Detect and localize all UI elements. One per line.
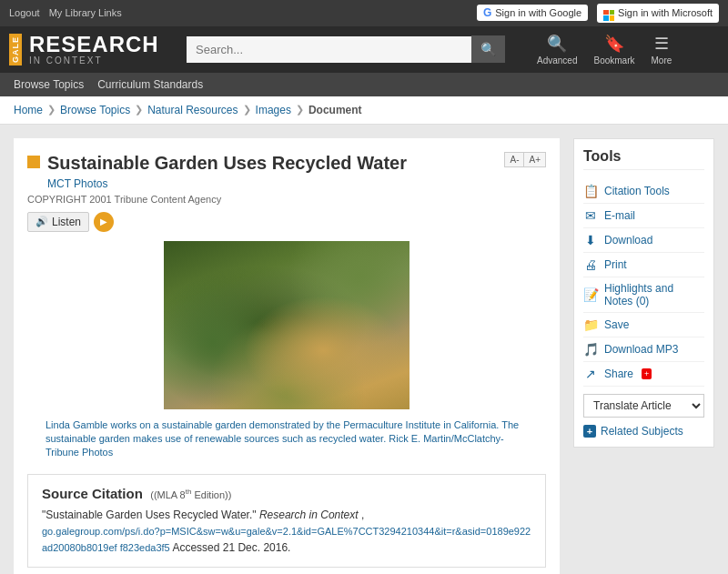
listen-bar: 🔊 Listen ▶ — [27, 212, 546, 232]
article-image-container — [27, 241, 546, 409]
browse-topics-nav[interactable]: Browse Topics — [14, 78, 84, 91]
search-button[interactable]: 🔍 — [471, 35, 505, 63]
resize-larger-btn[interactable]: A+ — [524, 153, 545, 166]
article-title: Sustainable Garden Uses Recycled Water — [47, 152, 407, 174]
bookmark-icon: 🔖 — [604, 34, 624, 54]
breadcrumb-home[interactable]: Home — [14, 104, 43, 116]
translate-select[interactable]: Translate Article — [583, 394, 704, 418]
resize-smaller-btn[interactable]: A- — [505, 153, 524, 166]
citation-tools-label: Citation Tools — [604, 185, 670, 197]
play-button[interactable]: ▶ — [94, 212, 114, 232]
breadcrumb-images[interactable]: Images — [256, 104, 291, 116]
email-label: E-mail — [604, 209, 635, 222]
breadcrumb-sep-4: ❯ — [296, 104, 304, 116]
yellow-indicator — [27, 156, 40, 168]
microsoft-signin-btn[interactable]: Sign in with Microsoft — [597, 4, 719, 23]
download-mp3-label: Download MP3 — [604, 343, 678, 356]
content-area: Sustainable Garden Uses Recycled Water A… — [14, 138, 560, 574]
breadcrumb: Home ❯ Browse Topics ❯ Natural Resources… — [0, 96, 728, 125]
source-citation-box: Source Citation ((MLA 8th Edition)) "Sus… — [27, 474, 546, 568]
share-plus-badge: + — [642, 368, 652, 379]
download-label: Download — [604, 234, 652, 247]
email-item[interactable]: ✉ E-mail — [583, 204, 704, 228]
citation-tools-item[interactable]: 📋 Citation Tools — [583, 179, 704, 204]
share-icon: ↗ — [583, 367, 598, 381]
advanced-search-tool[interactable]: 🔍 Advanced — [537, 34, 577, 65]
translate-area: Translate Article — [583, 394, 704, 418]
article-image — [164, 241, 410, 409]
logo-area: GALE RESEARCH IN CONTEXT — [9, 34, 173, 65]
main-layout: Sustainable Garden Uses Recycled Water A… — [0, 125, 728, 574]
expand-icon: + — [583, 425, 596, 438]
my-library-links[interactable]: My Library Links — [49, 7, 122, 18]
breadcrumb-natural-resources[interactable]: Natural Resources — [147, 104, 238, 116]
citation-icon: 📋 — [583, 184, 598, 198]
advanced-search-icon: 🔍 — [547, 34, 567, 54]
logout-link[interactable]: Logout — [9, 7, 40, 18]
save-icon: 📁 — [583, 317, 598, 332]
more-tool[interactable]: ☰ More — [652, 34, 672, 65]
search-area: 🔍 — [187, 35, 505, 63]
article-source: MCT Photos — [47, 177, 546, 190]
download-item[interactable]: ⬇ Download — [583, 228, 704, 253]
resize-buttons: A- A+ — [504, 152, 546, 167]
image-caption: Linda Gamble works on a sustainable gard… — [27, 418, 546, 460]
logo-subtitle: IN CONTEXT — [29, 55, 159, 65]
email-icon: ✉ — [583, 208, 598, 223]
hamburger-icon: ☰ — [654, 34, 669, 54]
mla-edition: ((MLA 8th Edition)) — [150, 489, 231, 500]
google-signin-btn[interactable]: G Sign in with Google — [477, 5, 588, 21]
print-icon: 🖨 — [583, 257, 598, 272]
related-subjects-item[interactable]: + Related Subjects — [583, 425, 704, 438]
article-title-row: Sustainable Garden Uses Recycled Water A… — [27, 152, 546, 174]
tools-panel: Tools 📋 Citation Tools ✉ E-mail ⬇ Downlo… — [573, 138, 714, 448]
speaker-icon: 🔊 — [35, 216, 48, 227]
citation-text: "Sustainable Garden Uses Recycled Water.… — [42, 507, 531, 556]
bookmark-tool[interactable]: 🔖 Bookmark — [593, 34, 634, 65]
share-item[interactable]: ↗ Share + — [583, 362, 704, 387]
share-label: Share — [604, 368, 633, 380]
related-subjects-label: Related Subjects — [601, 425, 683, 438]
print-label: Print — [604, 258, 627, 271]
highlights-icon: 📝 — [583, 287, 598, 302]
logo-research-text: RESEARCH — [29, 34, 159, 55]
search-input[interactable] — [187, 36, 471, 63]
highlights-notes-item[interactable]: 📝 Highlights and Notes (0) — [583, 277, 704, 313]
save-label: Save — [604, 318, 629, 331]
microsoft-icon — [603, 5, 614, 21]
highlights-notes-label: Highlights and Notes (0) — [604, 282, 704, 307]
tools-title: Tools — [583, 148, 704, 170]
breadcrumb-sep-1: ❯ — [47, 104, 56, 116]
gale-logo-vertical: GALE — [9, 34, 22, 65]
header: GALE RESEARCH IN CONTEXT 🔍 🔍 Advanced 🔖 … — [0, 26, 728, 73]
breadcrumb-sep-3: ❯ — [243, 104, 251, 116]
tools-sidebar: Tools 📋 Citation Tools ✉ E-mail ⬇ Downlo… — [573, 138, 714, 574]
download-mp3-item[interactable]: 🎵 Download MP3 — [583, 337, 704, 362]
citation-title: Source Citation ((MLA 8th Edition)) — [42, 486, 531, 501]
download-icon: ⬇ — [583, 233, 598, 247]
article-copyright: COPYRIGHT 2001 Tribune Content Agency — [27, 194, 546, 205]
breadcrumb-sep-2: ❯ — [135, 104, 143, 116]
nav-bar: Browse Topics Curriculum Standards — [0, 73, 728, 96]
print-item[interactable]: 🖨 Print — [583, 253, 704, 277]
save-item[interactable]: 📁 Save — [583, 313, 704, 337]
breadcrumb-browse-topics[interactable]: Browse Topics — [60, 104, 130, 116]
curriculum-standards-nav[interactable]: Curriculum Standards — [97, 78, 203, 91]
google-icon: G — [483, 6, 491, 19]
listen-button[interactable]: 🔊 Listen — [27, 212, 89, 232]
top-bar: Logout My Library Links G Sign in with G… — [0, 0, 728, 26]
breadcrumb-current: Document — [308, 104, 362, 116]
music-icon: 🎵 — [583, 342, 598, 357]
